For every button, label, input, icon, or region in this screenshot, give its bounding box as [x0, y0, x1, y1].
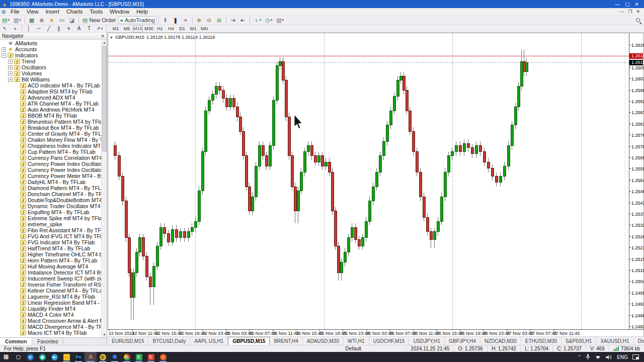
strategy-tester-button[interactable]: ◪ [67, 16, 76, 24]
app-photoshop[interactable]: Ps [72, 352, 85, 362]
tree-indicator-item[interactable]: ƒCurrency Paris Correlation MT4 [0, 155, 107, 161]
tree-indicator-item[interactable]: ƒInverse Fisher Transform of RSI MT4 by … [0, 282, 107, 288]
tree-indicator-item[interactable]: ƒMACD Divergence MT4 - By TFLab [0, 324, 107, 330]
app-green-c[interactable]: C [133, 352, 145, 362]
tree-indicator-item[interactable]: ƒMACD 4 Color MT4 [0, 312, 107, 318]
tree-indicator-item[interactable]: ƒKeltner Channel MT4 - By TFLab [0, 288, 107, 294]
market-watch-button[interactable]: ▦ [27, 16, 36, 24]
tray-chevron-up-icon[interactable]: ⌃ [578, 354, 582, 359]
tree-indicator-item[interactable]: ƒFVG And iFVG ICT MT4 By TFlab [0, 233, 107, 239]
tree-indicator-item[interactable]: ƒHorn Pattern MT4 - By TFLab [0, 257, 107, 263]
new-order-button[interactable]: ▤New Order [81, 16, 118, 24]
line-chart-mode-button[interactable]: ≈ [181, 16, 190, 24]
tile-windows-button[interactable]: ⊞ [215, 16, 224, 24]
candlestick-chart[interactable] [108, 33, 629, 330]
tree-indicator-item[interactable]: ƒAdaptive RSI MT4 by TFlab [0, 88, 107, 95]
tree-indicator-item[interactable]: ƒAuto Andrews Pitchfork MT4 [0, 107, 107, 113]
chevron-down-icon[interactable]: ▾ [8, 18, 10, 22]
templates-button[interactable]: ▧▾ [275, 16, 285, 24]
navigator-tab-favorites[interactable]: Favorites [32, 338, 63, 345]
profiles-button[interactable]: ▥▾ [12, 16, 23, 24]
fibonacci-tool-button[interactable]: ≡ [64, 26, 73, 32]
periods-button[interactable]: ◷▾ [264, 16, 274, 24]
chevron-down-icon[interactable]: ▾ [271, 18, 273, 22]
tree-indicator-item[interactable]: ƒACD indicator MT4 - By TFLab [0, 82, 107, 88]
chart-tab-nzdcad-m30[interactable]: NZDCAD,M30 [480, 337, 521, 345]
expander-icon[interactable]: + [8, 77, 13, 82]
tree-accounts[interactable]: +◉Accounts [0, 46, 107, 52]
start-button[interactable]: ⊞ [0, 352, 12, 362]
timeframe-m5[interactable]: M5 [122, 26, 132, 32]
action-center-icon[interactable] [632, 354, 639, 360]
scrollbar-thumb[interactable] [102, 46, 107, 151]
text-tool-button[interactable]: A [74, 26, 84, 32]
tree-root-amarkets[interactable]: ▣AMarkets [0, 40, 107, 46]
expander-icon[interactable]: + [8, 71, 13, 76]
tree-indicator-item[interactable]: ƒMacro ICT MT4 By TFlab [0, 330, 107, 336]
menu-insert[interactable]: Insert [42, 9, 63, 15]
time-axis[interactable]: 22 Nov 202422 Nov 11:4522 Nov 15:4522 No… [108, 329, 644, 336]
chart-tab-usdchf-m15[interactable]: USDCHF,M15 [369, 337, 410, 345]
tree-indicator-item[interactable]: ƒChoppiness Index Indicator MT4 [0, 143, 107, 149]
app-orange-circle[interactable]: ● [157, 352, 169, 362]
terminal-button[interactable]: ▭ [57, 16, 66, 24]
child-minimize-button[interactable]: — [619, 9, 624, 14]
scroll-up-icon[interactable]: ▲ [102, 40, 107, 45]
tree-category-trend[interactable]: +ƒTrend [0, 58, 107, 64]
tree-indicator-item[interactable]: ƒCenter of Gravity MT4 - By TFLab [0, 131, 107, 137]
minimize-button[interactable]: — [615, 2, 620, 7]
timeframe-h1[interactable]: H1 [155, 26, 165, 32]
menu-view[interactable]: View [23, 9, 42, 15]
search-icon[interactable] [636, 18, 640, 22]
timeframe-d1[interactable]: D1 [177, 26, 187, 32]
app-telegram[interactable]: ▸ [48, 352, 60, 362]
horizontal-line-tool-button[interactable]: ─ [34, 26, 43, 32]
tree-indicator-item[interactable]: ƒAdvanced ADX MT4 [0, 95, 107, 101]
chart-tab-usdjpy-h1[interactable]: USDJPY,H1 [409, 337, 445, 345]
tree-indicator-item[interactable]: ƒDynamic Trader Oscillator MT4 [0, 203, 107, 209]
chart-tab-s-p500-h1[interactable]: S&P500,H1 [561, 337, 596, 345]
tree-indicator-item[interactable]: ƒHigher Timeframe OHLC MT4 by TFlab [0, 251, 107, 257]
bar-chart-mode-button[interactable]: ‖ [161, 16, 170, 24]
label-tool-button[interactable]: T [85, 26, 94, 32]
tree-indicator-item[interactable]: ƒFibo Ret Assistant MT4 - By TFLab [0, 227, 107, 233]
tree-indicator-item[interactable]: ƒCup Pattern MT4 - By TFLab [0, 149, 107, 155]
chart-shift-button[interactable]: ⇤ [238, 16, 248, 24]
navigator-toggle-button[interactable]: ★ [47, 16, 56, 24]
app-red-c[interactable]: C [145, 352, 157, 362]
shapes-tool-button[interactable]: ↗▾ [95, 26, 104, 32]
chart-tab-ethusd-m30[interactable]: ETHUSD,M30 [521, 337, 561, 345]
navigator-scrollbar[interactable]: ▲ ▼ [101, 40, 107, 337]
chevron-down-icon[interactable]: ▾ [282, 18, 284, 22]
timeframe-mn[interactable]: MN [199, 26, 209, 32]
app-blue-circle[interactable]: v [24, 352, 36, 362]
chart-tab-gbpjpy-h4[interactable]: GBPJPY,H4 [445, 337, 480, 345]
data-window-button[interactable]: ⊕ [37, 16, 46, 24]
tree-indicator-item[interactable]: ƒEngulfing MT4 - By TFLab [0, 209, 107, 215]
tree-indicator-item[interactable]: ƒLaguerre_RSI MT4 By TFlab [0, 294, 107, 300]
timeframe-w1[interactable]: W1 [188, 26, 198, 32]
channel-tool-button[interactable]: ∥ [54, 26, 63, 32]
expander-icon[interactable]: + [8, 65, 13, 70]
chart-tab-btcusd-daily[interactable]: BTCUSD,Daily [148, 337, 190, 345]
tree-indicator-item[interactable]: ƒBBOB MT4 By TFlab [0, 113, 107, 119]
trendline-tool-button[interactable]: ╱ [44, 26, 53, 32]
microphone-icon[interactable] [586, 354, 590, 360]
chart-tab-gbpusd-m15[interactable]: GBPUSD,M15 [228, 337, 270, 345]
timeframe-m30[interactable]: M30 [144, 26, 154, 32]
tree-indicator-item[interactable]: ƒImbalance Detector ICT MT4 By TFlab [0, 269, 107, 276]
indicators-list-button[interactable]: ＋▾ [252, 16, 263, 24]
tree-indicator-item[interactable]: ƒATR Channel MT4 - By TFLab [0, 101, 107, 107]
chart-tab-eurusd-m15[interactable]: EURUSD,M15 [108, 337, 148, 345]
chevron-down-icon[interactable]: ▾ [101, 27, 103, 31]
zoom-in-button[interactable]: ⊕ [195, 16, 204, 24]
chevron-down-icon[interactable]: ▾ [260, 18, 262, 22]
tree-indicator-item[interactable]: ƒChaikin Money Flow MT4 - By TFLab [0, 137, 107, 143]
app-yellow[interactable]: ◎ [97, 352, 109, 362]
tree-indicator-item[interactable]: ƒDonchain Channel MT4 - By TFLab [0, 191, 107, 197]
child-close-button[interactable]: ✕ [636, 9, 640, 14]
autotrading-button[interactable]: ●AutoTrading [118, 16, 156, 24]
child-restore-button[interactable]: ❐ [628, 9, 632, 14]
tree-indicator-item[interactable]: ƒHalfTrend MT4 - By TFLab [0, 245, 107, 251]
new-chart-button[interactable]: ▤▾ [1, 16, 11, 24]
